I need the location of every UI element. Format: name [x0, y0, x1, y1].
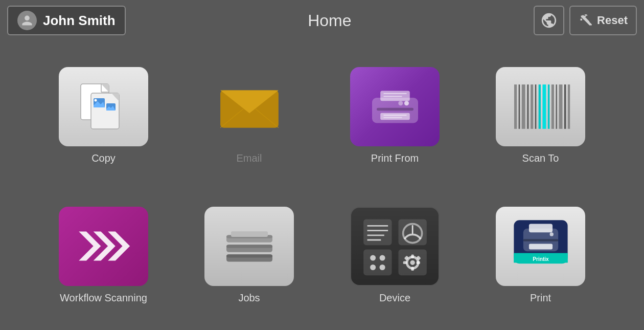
- scan-to-label: Scan To: [522, 152, 559, 164]
- svg-point-61: [379, 265, 385, 270]
- svg-point-20: [398, 101, 403, 105]
- print-from-icon: [367, 84, 423, 130]
- copy-icon: [73, 79, 134, 135]
- email-item[interactable]: Email: [204, 67, 294, 164]
- svg-rect-28: [527, 84, 528, 129]
- print-icon-box: Printix: [496, 207, 585, 286]
- svg-rect-67: [403, 261, 406, 265]
- device-icon: [359, 215, 431, 277]
- jobs-item[interactable]: Jobs: [204, 207, 294, 304]
- print-from-item[interactable]: Print From: [350, 67, 440, 164]
- svg-rect-65: [411, 255, 414, 258]
- page-title: Home: [126, 11, 534, 30]
- header: John Smith Home Reset: [0, 0, 644, 41]
- email-icon-box: [204, 67, 294, 146]
- language-button[interactable]: [534, 6, 564, 35]
- printix-icon: Printix: [505, 215, 577, 277]
- svg-rect-74: [528, 244, 552, 250]
- workflow-scanning-item[interactable]: Workflow Scanning: [59, 207, 148, 304]
- svg-point-19: [404, 101, 409, 105]
- svg-rect-36: [559, 84, 562, 129]
- svg-rect-17: [380, 113, 410, 120]
- device-icon-box: [350, 207, 440, 286]
- jobs-icon: [221, 223, 278, 269]
- svg-rect-16: [380, 91, 410, 101]
- email-icon: [216, 81, 283, 133]
- reset-label: Reset: [597, 14, 628, 27]
- header-actions: Reset: [534, 6, 637, 35]
- copy-item[interactable]: Copy: [59, 67, 148, 164]
- reset-button[interactable]: Reset: [569, 6, 637, 35]
- svg-rect-68: [416, 261, 420, 265]
- svg-rect-37: [564, 84, 565, 129]
- user-avatar: [17, 11, 37, 30]
- workflow-icon-box: [59, 207, 148, 286]
- svg-point-8: [94, 99, 97, 101]
- svg-rect-75: [523, 239, 558, 241]
- device-item[interactable]: Device: [350, 207, 440, 304]
- svg-rect-26: [518, 84, 520, 129]
- svg-rect-38: [567, 84, 569, 129]
- svg-rect-34: [551, 84, 554, 129]
- print-from-label: Print From: [371, 152, 419, 164]
- svg-rect-25: [514, 84, 517, 129]
- email-label: Email: [236, 152, 262, 164]
- copy-label: Copy: [91, 152, 116, 164]
- svg-rect-18: [377, 108, 413, 111]
- svg-rect-43: [226, 254, 272, 257]
- workflow-scanning-label: Workflow Scanning: [60, 292, 147, 304]
- user-icon: [21, 14, 33, 27]
- scan-to-item[interactable]: Scan To: [496, 67, 585, 164]
- svg-point-59: [379, 255, 385, 261]
- svg-rect-73: [528, 224, 552, 233]
- svg-rect-35: [556, 84, 557, 129]
- svg-rect-48: [231, 231, 268, 237]
- print-from-icon-box: [350, 67, 440, 146]
- reset-icon: [579, 13, 593, 28]
- svg-point-60: [370, 265, 376, 270]
- svg-rect-33: [547, 84, 549, 129]
- workflow-icon: [71, 221, 137, 272]
- svg-rect-32: [542, 84, 546, 129]
- svg-rect-45: [226, 245, 272, 248]
- device-label: Device: [379, 292, 410, 304]
- svg-marker-39: [79, 232, 101, 261]
- app-grid: Copy Email: [0, 41, 644, 330]
- svg-rect-29: [531, 84, 533, 129]
- svg-rect-66: [411, 267, 414, 271]
- print-label: Print: [530, 292, 551, 304]
- print-item[interactable]: Printix Print: [496, 207, 585, 304]
- copy-icon-box: [59, 67, 148, 146]
- svg-rect-49: [363, 219, 392, 246]
- svg-point-58: [370, 255, 376, 261]
- scan-to-icon: [508, 77, 574, 136]
- svg-text:Printix: Printix: [533, 256, 549, 262]
- svg-rect-31: [538, 84, 540, 129]
- svg-rect-30: [535, 84, 536, 129]
- globe-icon: [540, 12, 558, 29]
- jobs-label: Jobs: [238, 292, 260, 304]
- svg-point-76: [549, 232, 553, 236]
- svg-rect-27: [521, 84, 525, 129]
- jobs-icon-box: [204, 207, 294, 286]
- svg-rect-57: [363, 250, 392, 276]
- svg-point-64: [410, 260, 415, 265]
- user-name-label: John Smith: [43, 13, 116, 29]
- user-button[interactable]: John Smith: [7, 6, 126, 35]
- scan-to-icon-box: [496, 67, 585, 146]
